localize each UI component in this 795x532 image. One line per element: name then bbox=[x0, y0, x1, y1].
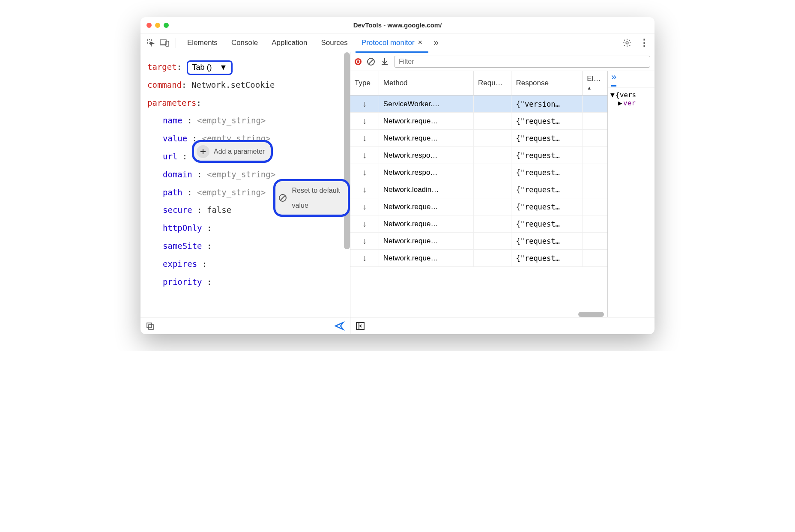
cell-response: {"request… bbox=[511, 113, 583, 130]
param-httponly[interactable]: httpOnly bbox=[163, 223, 202, 233]
cell-method: Network.reque… bbox=[379, 233, 473, 250]
param-samesite[interactable]: sameSite bbox=[163, 241, 202, 251]
cell-elapsed bbox=[583, 147, 607, 164]
arrow-down-icon: ↓ bbox=[361, 116, 368, 126]
response-tree[interactable]: ▼{vers ▶ver bbox=[608, 87, 655, 111]
param-url[interactable]: url bbox=[163, 152, 177, 161]
tab-application[interactable]: Application bbox=[266, 33, 313, 52]
close-tab-icon[interactable]: × bbox=[418, 38, 423, 47]
command-label: command bbox=[147, 80, 182, 90]
cell-response: {"request… bbox=[511, 215, 583, 233]
editor-scrollbar[interactable] bbox=[344, 52, 350, 249]
record-button[interactable] bbox=[355, 58, 362, 65]
table-row[interactable]: ↓Network.reque…{"request… bbox=[350, 250, 607, 267]
reset-default-button[interactable]: Reset to default value bbox=[273, 179, 350, 217]
maximize-window-button[interactable] bbox=[164, 23, 169, 28]
cell-elapsed bbox=[583, 113, 607, 130]
cell-request bbox=[473, 233, 511, 250]
tab-console[interactable]: Console bbox=[225, 33, 264, 52]
table-row[interactable]: ↓Network.respo…{"request… bbox=[350, 147, 607, 164]
plus-icon bbox=[197, 145, 209, 158]
arrow-down-icon: ↓ bbox=[361, 253, 368, 263]
cell-request bbox=[473, 198, 511, 215]
cell-response: {"version… bbox=[511, 96, 583, 113]
table-row[interactable]: ↓Network.reque…{"request… bbox=[350, 198, 607, 215]
table-row[interactable]: ↓Network.reque…{"request… bbox=[350, 130, 607, 147]
col-request[interactable]: Requ… bbox=[473, 71, 511, 96]
arrow-down-icon: ↓ bbox=[361, 133, 368, 143]
arrow-down-icon: ↓ bbox=[361, 99, 368, 109]
cell-request bbox=[473, 164, 511, 181]
command-editor-panel: target: Tab () ▼ command: Network.setCoo… bbox=[140, 52, 350, 334]
add-parameter-button[interactable]: Add a parameter bbox=[192, 140, 273, 163]
copy-icon[interactable] bbox=[146, 322, 154, 330]
table-row[interactable]: ↓Network.respo…{"request… bbox=[350, 164, 607, 181]
arrow-down-icon: ↓ bbox=[361, 236, 368, 246]
svg-rect-1 bbox=[160, 40, 166, 44]
cell-response: {"request… bbox=[511, 181, 583, 198]
chevron-down-icon: ▼ bbox=[220, 59, 227, 76]
cell-method: Network.reque… bbox=[379, 198, 473, 215]
param-domain[interactable]: domain bbox=[163, 170, 192, 179]
cell-request bbox=[473, 96, 511, 113]
table-row[interactable]: ↓ServiceWorker.…{"version… bbox=[350, 96, 607, 113]
inspect-icon[interactable] bbox=[145, 37, 157, 49]
table-row[interactable]: ↓Network.reque…{"request… bbox=[350, 215, 607, 233]
device-toggle-icon[interactable] bbox=[158, 37, 170, 49]
protocol-table-wrap[interactable]: Type Method Requ… Response El…▲ ↓Service… bbox=[350, 71, 607, 317]
send-button[interactable] bbox=[335, 321, 345, 331]
target-select[interactable]: Tab () ▼ bbox=[187, 60, 233, 75]
cell-request bbox=[473, 147, 511, 164]
cell-request bbox=[473, 250, 511, 267]
filter-input[interactable] bbox=[394, 56, 650, 68]
protocol-toolbar bbox=[350, 52, 655, 71]
content-area: target: Tab () ▼ command: Network.setCoo… bbox=[140, 52, 655, 334]
cell-request bbox=[473, 181, 511, 198]
param-path[interactable]: path bbox=[163, 188, 182, 197]
param-secure[interactable]: secure bbox=[163, 205, 192, 215]
kebab-menu-icon[interactable]: ⋮ bbox=[638, 37, 650, 49]
clear-icon[interactable] bbox=[367, 57, 375, 66]
window-title: DevTools - www.google.com/ bbox=[353, 21, 442, 29]
arrow-down-icon: ↓ bbox=[361, 150, 368, 160]
col-method[interactable]: Method bbox=[379, 71, 473, 96]
col-type[interactable]: Type bbox=[350, 71, 379, 96]
main-toolbar: Elements Console Application Sources Pro… bbox=[140, 33, 655, 52]
param-expires[interactable]: expires bbox=[163, 259, 197, 269]
close-window-button[interactable] bbox=[146, 23, 152, 28]
tab-protocol-monitor[interactable]: Protocol monitor × bbox=[356, 33, 428, 52]
col-elapsed[interactable]: El…▲ bbox=[583, 71, 607, 96]
tree-more-icon[interactable]: » bbox=[611, 72, 616, 87]
more-tabs-icon[interactable]: » bbox=[430, 37, 442, 49]
protocol-body: Type Method Requ… Response El…▲ ↓Service… bbox=[350, 71, 655, 317]
tab-sources[interactable]: Sources bbox=[315, 33, 353, 52]
cell-method: Network.reque… bbox=[379, 215, 473, 233]
param-value[interactable]: value bbox=[163, 134, 187, 143]
table-row[interactable]: ↓Network.reque…{"request… bbox=[350, 233, 607, 250]
reset-icon bbox=[278, 191, 288, 204]
table-row[interactable]: ↓Network.reque…{"request… bbox=[350, 113, 607, 130]
svg-rect-6 bbox=[149, 325, 153, 329]
minimize-window-button[interactable] bbox=[155, 23, 160, 28]
tab-elements[interactable]: Elements bbox=[181, 33, 224, 52]
tree-tabs: » bbox=[608, 71, 655, 87]
toolbar-divider bbox=[176, 38, 176, 48]
arrow-down-icon: ↓ bbox=[361, 202, 368, 212]
command-value[interactable]: Network.setCookie bbox=[191, 80, 275, 90]
table-row[interactable]: ↓Network.loadin…{"request… bbox=[350, 181, 607, 198]
devtools-window: DevTools - www.google.com/ Elements Cons… bbox=[140, 17, 655, 334]
gear-icon[interactable] bbox=[621, 37, 633, 49]
cell-elapsed bbox=[583, 96, 607, 113]
target-label: target bbox=[147, 62, 177, 72]
param-name[interactable]: name bbox=[163, 116, 182, 125]
col-response[interactable]: Response bbox=[511, 71, 583, 96]
cell-response: {"request… bbox=[511, 233, 583, 250]
param-priority[interactable]: priority bbox=[163, 277, 202, 287]
download-icon[interactable] bbox=[380, 57, 389, 66]
cell-elapsed bbox=[583, 233, 607, 250]
cell-response: {"request… bbox=[511, 198, 583, 215]
protocol-table: Type Method Requ… Response El…▲ ↓Service… bbox=[350, 71, 607, 267]
cell-request bbox=[473, 130, 511, 147]
table-hscroll[interactable] bbox=[350, 312, 604, 317]
toggle-drawer-icon[interactable] bbox=[356, 322, 365, 330]
